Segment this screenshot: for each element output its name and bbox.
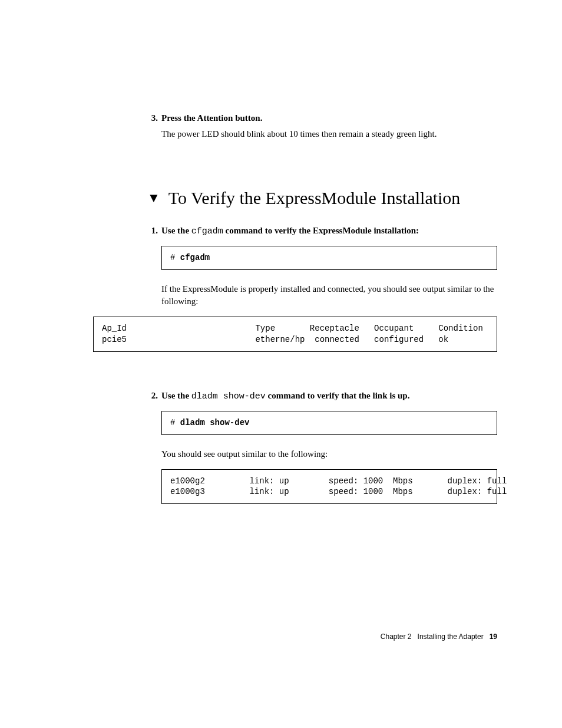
step-2-after: command to verify that the link is up. — [266, 391, 410, 400]
command-input: dladm show-dev — [180, 418, 250, 427]
prompt: # — [170, 418, 180, 427]
step-3-body: The power LED should blink about 10 time… — [161, 128, 497, 141]
step-2-cmd: dladm show-dev — [191, 391, 266, 401]
section-title: To Verify the ExpressModule Installation — [168, 188, 461, 208]
step-2-number: 2. — [88, 391, 161, 401]
step-2-explain: You should see output similar to the fol… — [161, 448, 497, 461]
prompt: # — [170, 253, 180, 262]
step-1: 1. Use the cfgadm command to verify the … — [88, 225, 497, 238]
section-heading: ▼ To Verify the ExpressModule Installati… — [147, 188, 497, 208]
footer-page-number: 19 — [490, 633, 497, 641]
step-1-cmd: cfgadm — [191, 226, 223, 236]
footer-title: Installing the Adapter — [418, 633, 484, 641]
step-1-output-box: Ap_Id Type Receptacle Occupant Condition… — [93, 317, 497, 352]
step-2: 2. Use the dladm show-dev command to ver… — [88, 390, 497, 403]
triangle-icon: ▼ — [147, 192, 160, 205]
page-footer: Chapter 2 Installing the Adapter 19 — [381, 633, 497, 641]
step-2-text: Use the dladm show-dev command to verify… — [161, 390, 409, 403]
command-input: cfgadm — [180, 253, 210, 262]
footer-chapter: Chapter 2 — [381, 633, 412, 641]
step-2-output-box: e1000g2 link: up speed: 1000 Mbps duplex… — [161, 469, 497, 505]
step-1-text: Use the cfgadm command to verify the Exp… — [161, 225, 419, 238]
step-2-command-box: # dladm show-dev — [161, 411, 497, 435]
step-1-before: Use the — [161, 226, 191, 235]
step-1-explain: If the ExpressModule is properly install… — [161, 283, 497, 309]
step-3: 3. Press the Attention button. — [88, 112, 497, 124]
step-1-after: command to verify the ExpressModule inst… — [223, 226, 419, 235]
step-1-command-box: # cfgadm — [161, 246, 497, 270]
step-3-number: 3. — [88, 113, 161, 123]
step-2-before: Use the — [161, 391, 191, 400]
step-3-title: Press the Attention button. — [161, 112, 262, 124]
step-1-number: 1. — [88, 226, 161, 236]
